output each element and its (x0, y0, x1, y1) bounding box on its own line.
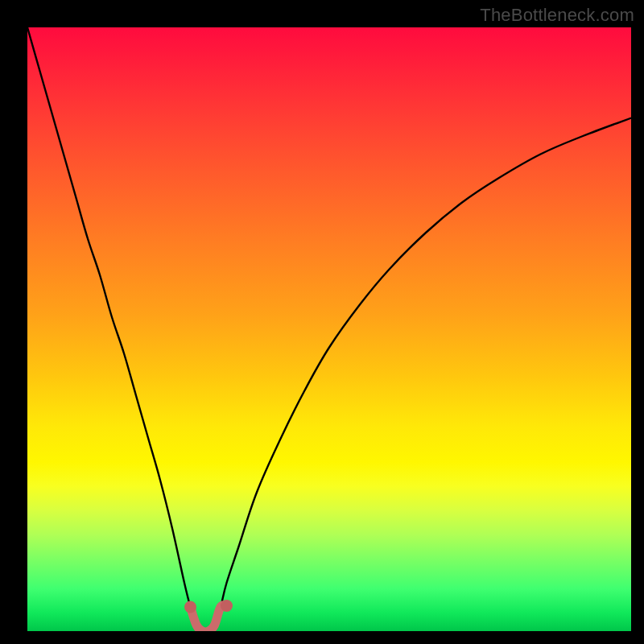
chart-svg (27, 27, 631, 631)
bottleneck-curve (27, 27, 631, 631)
optimal-band-end-dot (221, 600, 233, 612)
optimal-band-start-dot (184, 601, 196, 613)
watermark-text: TheBottleneck.com (480, 5, 634, 26)
chart-frame: TheBottleneck.com (0, 0, 644, 644)
chart-plot-area (27, 27, 631, 631)
bottleneck-curve-path (27, 27, 631, 631)
optimal-band-highlight (184, 600, 233, 631)
